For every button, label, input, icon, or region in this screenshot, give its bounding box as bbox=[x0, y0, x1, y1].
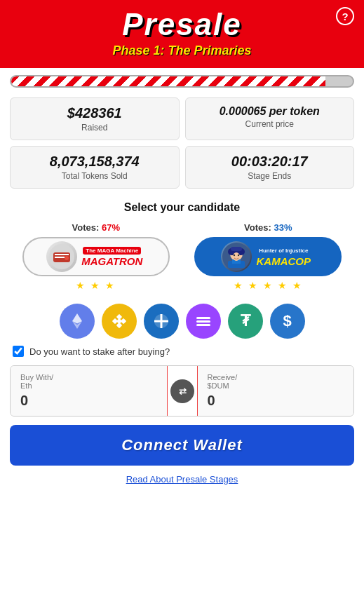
header: ? Presale Phase 1: The Primaries bbox=[0, 0, 364, 68]
progress-section bbox=[0, 68, 364, 92]
kamacop-avatar bbox=[221, 241, 252, 272]
stake-row: Do you want to stake after buying? bbox=[10, 346, 354, 357]
kamacop-badge: Hunter of Injustice KAMACOP bbox=[194, 237, 342, 276]
kamacop-tag: Hunter of Injustice bbox=[256, 247, 311, 255]
raised-value: $428361 bbox=[19, 105, 170, 121]
kamacop-votes-pct: 33% bbox=[274, 222, 292, 233]
price-card: 0.000065 per token Current price bbox=[185, 97, 355, 140]
magatron-info: The MAGA Machine MAGATRON bbox=[81, 247, 142, 267]
svg-rect-25 bbox=[196, 317, 210, 319]
tokens-label: Total Tokens Sold bbox=[19, 171, 170, 181]
magatron-name: MAGATRON bbox=[81, 255, 142, 267]
token-section: ₮ $ Do you want to stake after buying? B… bbox=[0, 295, 364, 500]
token-usdt-button[interactable]: ₮ bbox=[228, 304, 263, 339]
buy-section: Buy With/ Eth bbox=[11, 366, 167, 416]
kamacop-stars: ★ ★ ★ ★ ★ bbox=[234, 280, 303, 291]
token-sol-button[interactable] bbox=[186, 304, 221, 339]
svg-point-13 bbox=[238, 255, 239, 256]
tokens-card: 8,073,158,374 Total Tokens Sold bbox=[10, 146, 180, 189]
svg-rect-20 bbox=[116, 318, 121, 324]
raised-label: Raised bbox=[19, 123, 170, 133]
phase-subtitle: Phase 1: The Primaries bbox=[14, 43, 350, 58]
price-value: 0.000065 per token bbox=[194, 105, 346, 118]
svg-rect-3 bbox=[55, 257, 65, 258]
candidate-section-title: Select your candidate bbox=[10, 201, 354, 214]
svg-rect-27 bbox=[196, 324, 210, 326]
swap-icon: ⇄ bbox=[170, 379, 194, 403]
timer-card: 00:03:20:17 Stage Ends bbox=[185, 146, 355, 189]
svg-text:⇄: ⇄ bbox=[178, 386, 186, 397]
svg-marker-14 bbox=[72, 313, 82, 324]
timer-label: Stage Ends bbox=[194, 171, 346, 181]
magatron-votes-label: Votes: 67% bbox=[72, 222, 120, 233]
kamacop-votes-label: Votes: 33% bbox=[244, 222, 292, 233]
receive-value: 0 bbox=[208, 393, 344, 409]
buy-label: Buy With/ Eth bbox=[20, 373, 157, 390]
buy-receive-row: Buy With/ Eth ⇄ Receive/ $DUM 0 bbox=[10, 365, 354, 417]
svg-rect-26 bbox=[196, 320, 210, 323]
progress-bar-fill bbox=[11, 76, 325, 86]
price-label: Current price bbox=[194, 119, 346, 129]
candidate-kamacop[interactable]: Votes: 33% bbox=[194, 222, 342, 291]
candidate-section: Select your candidate Votes: 67% bbox=[0, 194, 364, 295]
raised-card: $428361 Raised bbox=[10, 97, 180, 140]
read-about-link[interactable]: Read About Presale Stages bbox=[10, 474, 354, 496]
stats-grid: $428361 Raised 0.000065 per token Curren… bbox=[0, 92, 364, 194]
receive-label: Receive/ $DUM bbox=[208, 373, 344, 390]
swap-button[interactable]: ⇄ bbox=[167, 366, 198, 416]
stake-checkbox[interactable] bbox=[13, 346, 24, 357]
timer-value: 00:03:20:17 bbox=[194, 154, 346, 170]
token-usdc-button[interactable] bbox=[144, 304, 179, 339]
stake-label: Do you want to stake after buying? bbox=[29, 346, 170, 357]
magatron-votes-pct: 67% bbox=[102, 222, 120, 233]
svg-point-11 bbox=[233, 252, 240, 261]
token-icons-row: ₮ $ bbox=[10, 304, 354, 339]
magatron-avatar bbox=[46, 241, 77, 272]
tokens-value: 8,073,158,374 bbox=[19, 154, 170, 170]
help-button[interactable]: ? bbox=[336, 7, 354, 25]
svg-rect-2 bbox=[55, 254, 69, 255]
progress-bar bbox=[10, 75, 354, 88]
kamacop-info: Hunter of Injustice KAMACOP bbox=[256, 247, 311, 267]
magatron-badge: The MAGA Machine MAGATRON bbox=[22, 237, 170, 276]
candidate-magatron[interactable]: Votes: 67% The MAGA Machin bbox=[22, 222, 170, 291]
svg-point-12 bbox=[234, 255, 235, 256]
magatron-tag: The MAGA Machine bbox=[83, 247, 141, 255]
token-eth-button[interactable] bbox=[60, 304, 95, 339]
connect-wallet-button[interactable]: Connect Wallet bbox=[10, 425, 354, 466]
svg-rect-8 bbox=[231, 247, 242, 251]
token-usdc2-button[interactable]: $ bbox=[270, 304, 305, 339]
candidates-row: Votes: 67% The MAGA Machin bbox=[10, 222, 354, 291]
buy-input[interactable] bbox=[20, 393, 157, 409]
token-bnb-button[interactable] bbox=[102, 304, 137, 339]
kamacop-name: KAMACOP bbox=[256, 255, 311, 267]
svg-point-4 bbox=[65, 256, 69, 260]
page-title: Presale bbox=[14, 7, 350, 42]
magatron-stars: ★ ★ ★ bbox=[76, 280, 116, 291]
receive-section: Receive/ $DUM 0 bbox=[198, 366, 354, 416]
